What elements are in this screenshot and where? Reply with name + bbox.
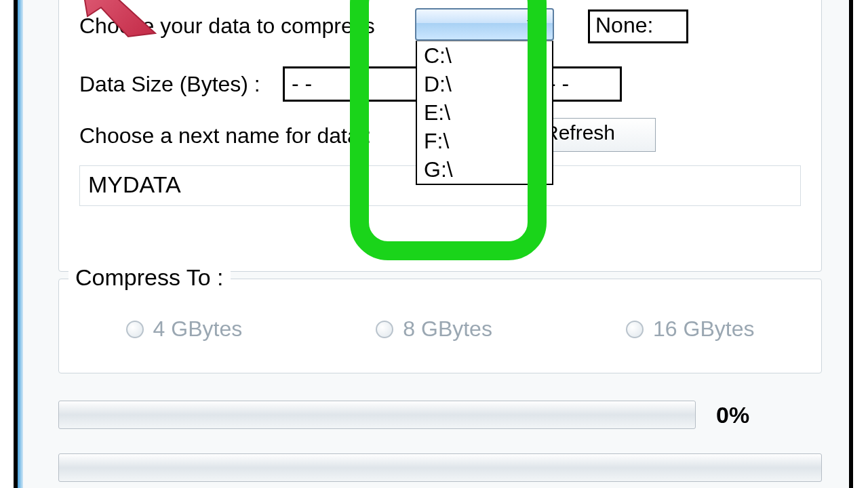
progress-bar — [58, 401, 696, 429]
next-name-label: Choose a next name for data : — [79, 123, 371, 148]
drive-option[interactable]: C:\ — [417, 41, 552, 70]
size-radio-row: 4 GBytes 8 GBytes 16 GBytes — [59, 317, 821, 342]
data-size-label: Data Size (Bytes) : — [79, 72, 260, 97]
drive-option[interactable]: F:\ — [417, 127, 552, 155]
size-option-8gb[interactable]: 8 GBytes — [376, 317, 492, 342]
drive-dropdown-list[interactable]: C:\ D:\ E:\ F:\ G:\ — [416, 41, 553, 185]
configuration-group: Configuration : Choose your data to comp… — [58, 0, 822, 272]
drive-option[interactable]: D:\ — [417, 70, 552, 98]
secondary-progress-bar — [58, 453, 822, 482]
radio-icon — [126, 321, 144, 338]
drive-option[interactable]: G:\ — [417, 155, 552, 184]
size-option-label: 4 GBytes — [153, 317, 243, 342]
drive-dropdown[interactable] — [415, 8, 554, 41]
compress-to-legend: Compress To : — [68, 264, 231, 291]
compress-to-group: Compress To : 4 GBytes 8 GBytes 16 GByte… — [58, 279, 822, 373]
progress-percent: 0% — [716, 402, 749, 428]
app-window: Configuration : Choose your data to comp… — [14, 0, 853, 488]
radio-icon — [626, 321, 644, 338]
chevron-down-icon — [527, 20, 543, 31]
drive-option[interactable]: E:\ — [417, 98, 552, 127]
size-option-label: 16 GBytes — [653, 317, 754, 342]
size-option-4gb[interactable]: 4 GBytes — [126, 317, 243, 342]
size-option-label: 8 GBytes — [403, 317, 492, 342]
size-option-16gb[interactable]: 16 GBytes — [626, 317, 754, 342]
none-display: None: — [588, 9, 688, 43]
choose-data-label: Choose your data to compress — [79, 14, 375, 39]
radio-icon — [376, 321, 393, 338]
